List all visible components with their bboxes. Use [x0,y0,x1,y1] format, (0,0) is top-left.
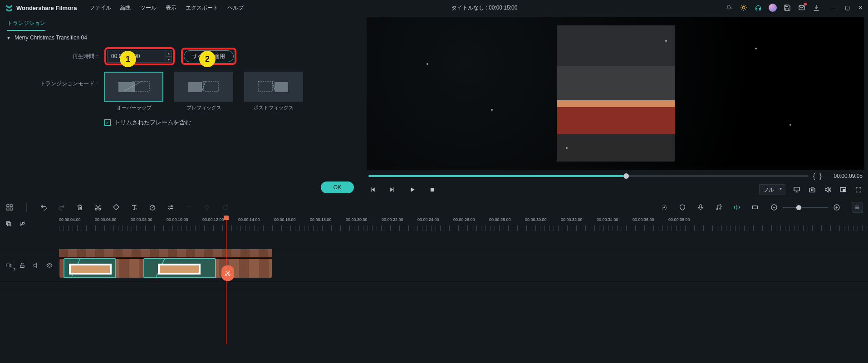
tab-transition[interactable]: トランジション [7,20,45,31]
zoom-slider[interactable] [783,207,828,208]
volume-icon[interactable] [824,186,832,194]
layout-icon[interactable] [5,203,14,211]
audio-icon[interactable] [185,203,193,211]
headset-icon[interactable] [754,4,762,12]
mode-prefix-label: プレフィックス [174,104,233,111]
ruler-tick: 00:00:04:00 [59,217,81,222]
marker-icon[interactable] [733,203,741,211]
cut-icon[interactable] [94,203,102,211]
ruler-tick: 00:00:10:00 [167,217,188,222]
track-lock-icon[interactable] [18,261,26,270]
window-minimize[interactable]: — [831,5,837,11]
tag-icon[interactable] [112,203,120,211]
undo-icon[interactable] [39,203,48,211]
seek-bar[interactable] [368,175,809,177]
step-forward-icon[interactable] [388,186,397,194]
svg-rect-28 [700,205,701,208]
sync-icon[interactable] [221,203,229,211]
menu-file[interactable]: ファイル [89,4,111,12]
display-icon[interactable] [793,186,801,194]
delete-icon[interactable] [76,203,84,211]
svg-point-27 [664,207,665,208]
keyframe-icon[interactable] [203,203,211,211]
mark-in-button[interactable]: { [813,172,815,180]
menu-export[interactable]: エクスポート [186,4,218,12]
save-icon[interactable] [783,4,791,12]
panel-toggle-icon[interactable] [852,202,863,213]
menu-help[interactable]: ヘルプ [227,4,244,12]
track-visible-icon[interactable] [45,261,54,270]
transition-clip[interactable] [64,258,116,278]
svg-rect-13 [809,188,815,192]
zoom-out-icon[interactable] [770,203,778,211]
zoom-in-icon[interactable] [833,203,841,211]
color-icon[interactable] [660,203,668,211]
main-menu: ファイル 編集 ツール 表示 エクスポート ヘルプ [89,4,244,12]
track-video-icon[interactable]: 2 [5,261,13,270]
timeline-toolbar [0,198,868,216]
svg-rect-39 [6,264,10,267]
message-icon[interactable] [798,4,806,12]
mark-out-button[interactable]: } [819,172,822,180]
pip-icon[interactable] [839,186,847,194]
track-copy-icon[interactable] [5,220,13,228]
ok-button[interactable]: OK [321,182,354,193]
text-icon[interactable] [130,203,138,211]
menu-tool[interactable]: ツール [140,4,157,12]
trim-frames-label: トリムされたフレームを含む [114,118,191,127]
ruler-tick: 00:00:24:00 [417,217,439,222]
fit-icon[interactable] [751,203,759,211]
music-icon[interactable] [715,203,723,211]
track-empty[interactable] [59,231,868,249]
split-badge[interactable] [221,265,234,281]
play-icon[interactable] [408,186,417,194]
ruler-tick: 00:00:26:00 [453,217,475,222]
trim-frames-checkbox[interactable]: ✓ トリムされたフレームを含む [104,118,352,127]
adjust-icon[interactable] [167,203,175,211]
menu-view[interactable]: 表示 [166,4,177,12]
svg-rect-16 [843,189,845,191]
annotation-1: 1 [120,51,136,67]
ruler-tick: 00:00:34:00 [597,217,618,222]
menu-edit[interactable]: 編集 [120,4,131,12]
fullscreen-icon[interactable] [854,186,863,194]
preview-viewport[interactable] [367,17,864,170]
highlight-duration: ▲ ▼ [104,47,175,65]
duration-step-down[interactable]: ▼ [166,56,172,63]
mic-icon[interactable] [696,203,705,211]
track-audio[interactable] [59,282,868,289]
redo-icon[interactable] [58,203,66,211]
svg-rect-8 [258,81,273,91]
cloud-icon[interactable] [725,4,733,12]
track-link-icon[interactable] [18,220,26,228]
window-maximize[interactable]: ▢ [845,5,850,11]
mode-prefix[interactable]: プレフィックス [174,72,233,111]
avatar-icon[interactable] [769,4,777,12]
window-close[interactable]: ✕ [858,5,863,11]
ruler-tick: 00:00:30:00 [525,217,547,222]
safe-icon[interactable] [678,203,687,211]
properties-panel: トランジション ▼ Merry Christmas Transition 04 … [0,15,363,198]
time-ruler[interactable]: 00:00:04:00 00:00:06:00 00:00:08:00 00:0… [59,216,868,231]
svg-rect-19 [7,208,9,210]
speed-icon[interactable] [148,203,157,211]
track-mute-icon[interactable] [32,261,40,270]
section-header[interactable]: ▼ Merry Christmas Transition 04 [0,31,363,44]
titlebar: Wondershare Filmora ファイル 編集 ツール 表示 エクスポー… [0,0,868,15]
sun-icon[interactable] [740,4,748,12]
mode-postfix[interactable]: ポストフィックス [244,72,303,111]
step-back-icon[interactable] [368,186,377,194]
mode-overlap[interactable]: オーバーラップ [104,72,163,111]
svg-rect-20 [10,208,12,210]
caret-down-icon: ▼ [6,35,11,40]
track-video[interactable] [59,249,868,281]
svg-rect-34 [8,223,11,226]
quality-select[interactable]: フル [759,184,785,195]
transition-clip[interactable] [143,258,216,278]
download-icon[interactable] [812,4,820,12]
snapshot-icon[interactable] [808,186,816,194]
stop-icon[interactable] [428,186,436,194]
duration-step-up[interactable]: ▲ [166,50,172,56]
duration-input[interactable] [107,50,166,63]
svg-point-14 [811,189,813,191]
